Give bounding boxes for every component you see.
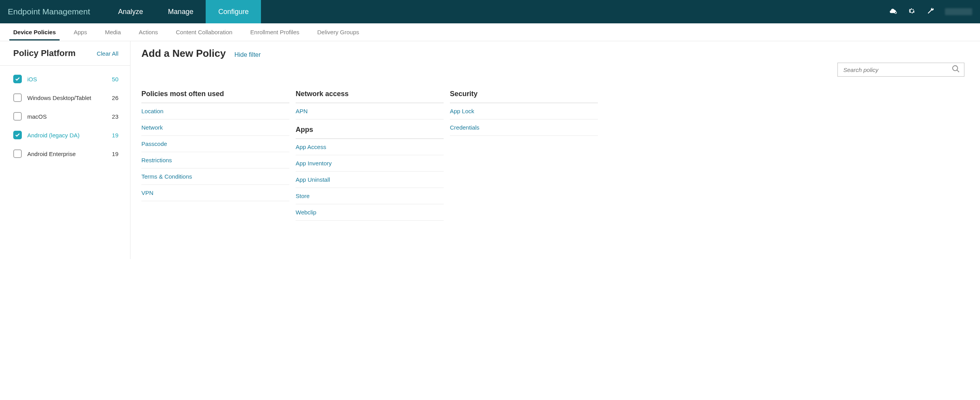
main-content: Add a New Policy Hide filter Policies mo…	[130, 41, 980, 259]
top-icons	[889, 7, 972, 17]
platform-count: 19	[112, 151, 118, 157]
policy-link[interactable]: Passcode	[141, 136, 289, 152]
policy-link[interactable]: APN	[296, 103, 444, 119]
svg-point-0	[895, 12, 897, 14]
sub-tab-media[interactable]: Media	[105, 24, 121, 40]
policy-link[interactable]: VPN	[141, 185, 289, 201]
sidebar-title: Policy Platform	[13, 48, 76, 58]
policy-columns: Policies most often used LocationNetwork…	[141, 90, 964, 221]
policy-link[interactable]: App Inventory	[296, 155, 444, 172]
sub-tab-device-policies[interactable]: Device Policies	[13, 24, 56, 40]
platform-label[interactable]: Android Enterprise	[27, 151, 106, 157]
policy-link[interactable]: App Access	[296, 139, 444, 155]
policy-link[interactable]: Credentials	[450, 119, 598, 136]
platform-label[interactable]: macOS	[27, 113, 106, 120]
top-tabs: AnalyzeManageConfigure	[106, 0, 261, 23]
sub-nav: Device PoliciesAppsMediaActionsContent C…	[0, 23, 980, 41]
platform-item: iOS50	[13, 70, 118, 88]
gear-icon[interactable]	[908, 7, 916, 17]
wrench-icon[interactable]	[926, 7, 935, 17]
checkbox[interactable]	[13, 149, 22, 158]
policy-link[interactable]: Webclip	[296, 204, 444, 221]
checkbox[interactable]	[13, 75, 22, 83]
heading-network-access: Network access	[296, 90, 444, 103]
sub-tab-actions[interactable]: Actions	[139, 24, 158, 40]
platform-count: 19	[112, 132, 118, 139]
platform-label[interactable]: iOS	[27, 76, 106, 82]
policy-link[interactable]: Location	[141, 103, 289, 119]
user-label[interactable]	[945, 8, 972, 15]
main-layout: Policy Platform Clear All iOS50Windows D…	[0, 41, 980, 259]
page-title: Add a New Policy	[141, 47, 226, 60]
top-tab-configure[interactable]: Configure	[206, 0, 261, 23]
platform-count: 23	[112, 113, 118, 120]
policy-link[interactable]: Store	[296, 188, 444, 204]
platform-label[interactable]: Android (legacy DA)	[27, 132, 106, 139]
policy-link[interactable]: Network	[141, 119, 289, 136]
sidebar-header: Policy Platform Clear All	[0, 41, 130, 66]
sidebar: Policy Platform Clear All iOS50Windows D…	[0, 41, 130, 259]
policy-link[interactable]: Terms & Conditions	[141, 168, 289, 185]
search-box	[837, 63, 964, 77]
platform-item: Android (legacy DA)19	[13, 126, 118, 144]
platform-item: Windows Desktop/Tablet26	[13, 88, 118, 107]
heading-security: Security	[450, 90, 598, 103]
heading-apps: Apps	[296, 126, 444, 139]
policy-link[interactable]: App Lock	[450, 103, 598, 119]
top-tab-analyze[interactable]: Analyze	[106, 0, 155, 23]
search-icon[interactable]	[952, 65, 960, 75]
checkbox[interactable]	[13, 112, 22, 121]
main-header: Add a New Policy Hide filter	[141, 47, 964, 60]
col-most-used: Policies most often used LocationNetwork…	[141, 90, 289, 221]
sub-tab-enrollment-profiles[interactable]: Enrollment Profiles	[250, 24, 300, 40]
platform-item: Android Enterprise19	[13, 144, 118, 163]
cloud-settings-icon[interactable]	[889, 7, 897, 17]
col-security: Security App LockCredentials	[450, 90, 598, 221]
clear-all-link[interactable]: Clear All	[97, 50, 118, 57]
platform-label[interactable]: Windows Desktop/Tablet	[27, 95, 106, 101]
sub-tab-delivery-groups[interactable]: Delivery Groups	[317, 24, 359, 40]
heading-most-used: Policies most often used	[141, 90, 289, 103]
brand-title: Endpoint Management	[8, 7, 90, 16]
platform-list: iOS50Windows Desktop/Tablet26macOS23Andr…	[0, 66, 130, 167]
col-network-apps: Network access APN Apps App AccessApp In…	[296, 90, 444, 221]
hide-filter-link[interactable]: Hide filter	[234, 51, 261, 58]
sub-tab-content-collaboration[interactable]: Content Collaboration	[176, 24, 233, 40]
search-row	[141, 63, 964, 77]
platform-count: 50	[112, 76, 118, 82]
checkbox[interactable]	[13, 131, 22, 139]
checkbox[interactable]	[13, 93, 22, 102]
top-tab-manage[interactable]: Manage	[155, 0, 206, 23]
platform-item: macOS23	[13, 107, 118, 126]
platform-count: 26	[112, 95, 118, 101]
policy-link[interactable]: App Uninstall	[296, 172, 444, 188]
policy-link[interactable]: Restrictions	[141, 152, 289, 168]
top-bar: Endpoint Management AnalyzeManageConfigu…	[0, 0, 980, 23]
sub-tab-apps[interactable]: Apps	[74, 24, 87, 40]
search-input[interactable]	[843, 67, 952, 73]
